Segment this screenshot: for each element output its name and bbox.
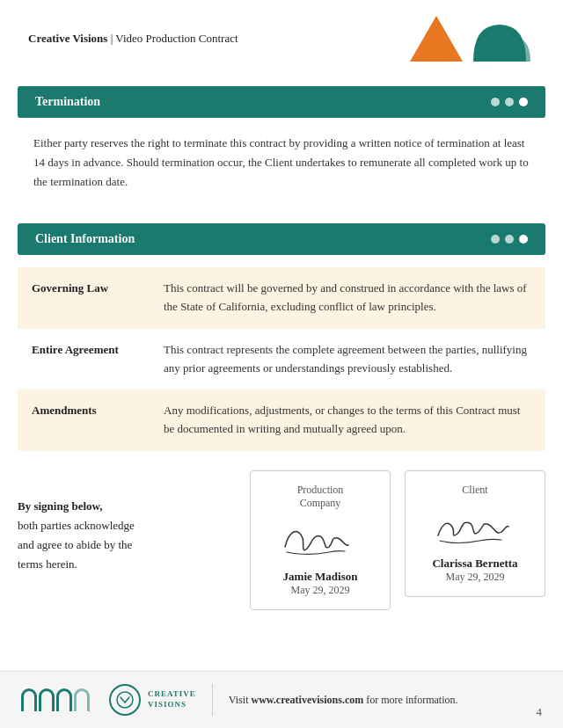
row-label: Governing Law	[18, 267, 150, 329]
header-logo-decoration	[410, 16, 535, 62]
dot-3	[519, 98, 528, 106]
orange-triangle-shape	[410, 16, 463, 62]
production-name: Jamie Madison	[270, 570, 370, 584]
termination-section: Termination Either party reserves the ri…	[0, 86, 563, 216]
signature-intro: By signing below, both parties acknowled…	[18, 470, 236, 574]
row-label: Amendments	[18, 389, 150, 451]
termination-dots	[491, 98, 528, 106]
footer-logo: CREATIVE VISIONS	[109, 684, 213, 716]
client-info-table: Governing LawThis contract will be gover…	[18, 267, 545, 451]
header-title: Creative Visions | Video Production Cont…	[28, 32, 238, 46]
svg-point-0	[117, 692, 133, 708]
teal-arc-shape	[464, 16, 535, 62]
table-row: Entire AgreementThis contract represents…	[18, 329, 545, 390]
termination-title: Termination	[35, 95, 100, 109]
signature-section: By signing below, both parties acknowled…	[18, 470, 545, 610]
production-date: May 29, 2029	[270, 584, 370, 597]
footer-suffix: for more information.	[363, 694, 457, 706]
dot-6	[519, 235, 528, 244]
client-info-bar: Client Information	[18, 223, 545, 255]
row-value: Any modifications, adjustments, or chang…	[150, 389, 545, 451]
signature-intro-rest: both parties acknowledgeand agree to abi…	[18, 519, 135, 571]
header-subtitle: Video Production Contract	[115, 32, 238, 45]
footer-url: www.creativevisions.com	[251, 694, 363, 706]
brand-name: Creative Visions	[28, 32, 107, 45]
page-header: Creative Visions | Video Production Cont…	[0, 0, 563, 70]
client-signature-image	[425, 506, 525, 551]
table-row: AmendmentsAny modifications, adjustments…	[18, 389, 545, 451]
dot-1	[491, 98, 500, 106]
footer-website: Visit www.creativevisions.com for more i…	[229, 694, 458, 707]
dot-2	[505, 98, 514, 106]
arch-3	[56, 688, 72, 711]
arch-2	[39, 688, 55, 711]
arch-1	[21, 688, 37, 711]
client-name: Clarissa Bernetta	[425, 557, 525, 571]
footer-logo-icon	[109, 684, 141, 716]
production-role: ProductionCompany	[270, 484, 370, 510]
table-row: Governing LawThis contract will be gover…	[18, 267, 545, 329]
footer-logo-text: CREATIVE VISIONS	[148, 689, 196, 710]
row-value: This contract will be governed by and co…	[150, 267, 545, 329]
signature-box-production: ProductionCompany Jamie Madison May 29, …	[250, 470, 391, 610]
footer-visit-label: Visit	[229, 694, 252, 706]
dot-4	[491, 235, 500, 244]
client-date: May 29, 2029	[425, 571, 525, 584]
page-footer: CREATIVE VISIONS Visit www.creativevisio…	[0, 671, 563, 728]
client-info-title: Client Information	[35, 232, 135, 246]
production-signature-image	[270, 519, 370, 564]
client-info-section: Client Information Governing LawThis con…	[0, 223, 563, 451]
arch-4	[74, 688, 90, 711]
client-role: Client	[425, 484, 525, 497]
row-value: This contract represents the complete ag…	[150, 329, 545, 390]
dot-5	[505, 235, 514, 244]
termination-text: Either party reserves the right to termi…	[0, 118, 563, 216]
signature-box-client: Client Clarissa Bernetta May 29, 2029	[405, 470, 545, 597]
footer-arch-decoration	[21, 688, 90, 711]
client-info-dots	[491, 235, 528, 244]
termination-bar: Termination	[18, 86, 545, 118]
signature-intro-bold: By signing below,	[18, 499, 102, 513]
page-number: 4	[537, 705, 543, 719]
row-label: Entire Agreement	[18, 329, 150, 390]
